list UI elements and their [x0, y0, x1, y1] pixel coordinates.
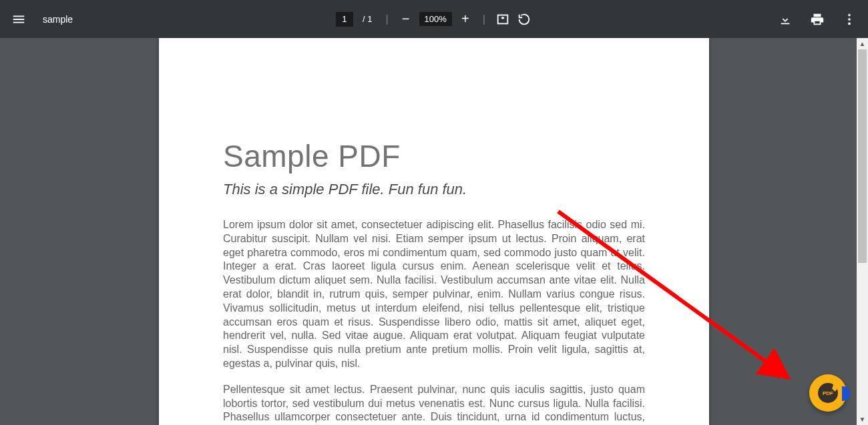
chat-pdf-icon: PDF: [818, 383, 838, 403]
page-total: / 1: [359, 14, 376, 24]
document-title: Sample PDF: [223, 138, 645, 174]
separator: |: [381, 13, 392, 25]
pdf-extension-fab[interactable]: PDF: [809, 374, 847, 412]
rotate-icon[interactable]: [516, 11, 532, 27]
zoom-level[interactable]: 100%: [419, 12, 452, 26]
menu-icon[interactable]: [11, 11, 27, 27]
svg-rect-0: [498, 15, 508, 23]
pdf-viewer-toolbar: sample / 1 | − 100% + |: [0, 0, 868, 38]
svg-point-2: [848, 18, 851, 21]
vertical-scrollbar[interactable]: ▲ ▼: [857, 38, 868, 425]
pdf-viewer-area: Sample PDF This is a simple PDF file. Fu…: [0, 38, 868, 425]
svg-point-1: [848, 13, 851, 16]
scroll-down-arrow-icon[interactable]: ▼: [857, 414, 868, 425]
svg-point-3: [848, 22, 851, 25]
zoom-in-button[interactable]: +: [457, 11, 473, 27]
download-icon[interactable]: [777, 11, 793, 27]
fit-to-page-icon[interactable]: [495, 11, 511, 27]
toolbar-center: / 1 | − 100% + |: [336, 11, 532, 27]
more-options-icon[interactable]: [841, 11, 857, 27]
file-title: sample: [43, 14, 73, 25]
scrollbar-thumb[interactable]: [858, 49, 867, 263]
document-subtitle: This is a simple PDF file. Fun fun fun.: [223, 181, 645, 198]
scroll-up-arrow-icon[interactable]: ▲: [857, 38, 868, 49]
separator: |: [479, 13, 489, 25]
zoom-out-button[interactable]: −: [398, 11, 414, 27]
page-number-input[interactable]: [336, 12, 353, 27]
paragraph: Lorem ipsum dolor sit amet, consectetuer…: [223, 218, 645, 371]
print-icon[interactable]: [809, 11, 825, 27]
document-body: Lorem ipsum dolor sit amet, consectetuer…: [223, 218, 645, 425]
paragraph: Pellentesque sit amet lectus. Praesent p…: [223, 383, 645, 425]
pdf-page: Sample PDF This is a simple PDF file. Fu…: [159, 38, 709, 425]
